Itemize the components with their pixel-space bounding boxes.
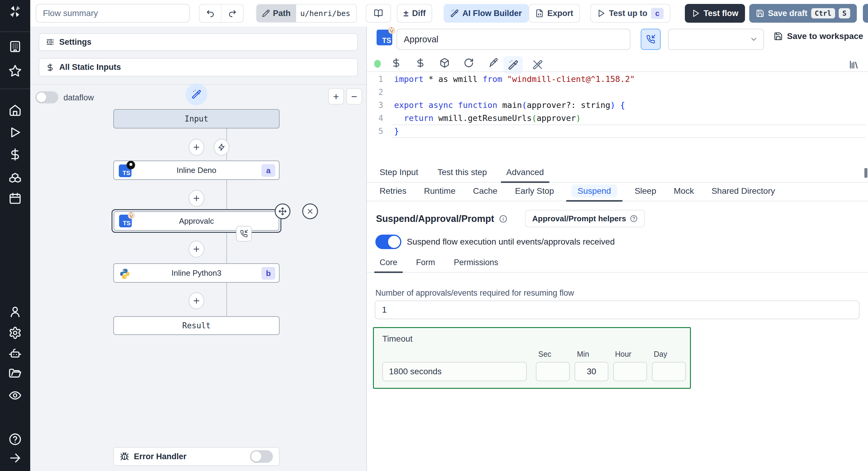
redo-button[interactable]	[221, 4, 243, 22]
code-gutter: 12345	[371, 72, 383, 138]
all-static-inputs-button[interactable]: All Static Inputs	[39, 58, 358, 77]
wand-off-icon	[532, 59, 543, 71]
tab-advanced[interactable]: Advanced	[502, 168, 548, 182]
undo-redo-group	[199, 4, 244, 23]
variables-icon[interactable]	[8, 148, 22, 161]
approval-prompt-helpers-button[interactable]: Approval/Prompt helpers	[525, 210, 645, 227]
workspace-icon[interactable]	[8, 40, 22, 53]
help-circle-icon	[630, 215, 638, 223]
tab-cache[interactable]: Cache	[469, 186, 502, 201]
path-value: u/henri/bes	[296, 4, 355, 22]
tab-test-this-step[interactable]: Test this step	[433, 168, 491, 182]
expand-arrow-icon[interactable]	[8, 451, 22, 465]
tab-step-input[interactable]: Step Input	[375, 168, 423, 182]
step-name-input[interactable]	[397, 29, 630, 50]
tab-permissions[interactable]: Permissions	[450, 258, 503, 272]
variables-icon[interactable]	[391, 57, 401, 69]
sec-label: Sec	[538, 350, 551, 358]
insert-trigger-button[interactable]	[214, 139, 229, 156]
move-step-button[interactable]	[275, 203, 290, 219]
zoom-out-button[interactable]: −	[346, 88, 362, 105]
ai-flow-builder-button[interactable]: AI Flow Builder	[444, 4, 529, 23]
timeout-min-input[interactable]	[575, 362, 609, 381]
path-edit-segment[interactable]: Path	[256, 4, 296, 22]
package-icon[interactable]	[439, 57, 450, 69]
tab-runtime[interactable]: Runtime	[420, 186, 460, 201]
tab-core[interactable]: Core	[375, 258, 402, 272]
tab-sleep[interactable]: Sleep	[630, 186, 661, 201]
flow-settings-button[interactable]: Settings	[39, 33, 358, 51]
runs-icon[interactable]	[8, 126, 22, 139]
resource-dollar-icon[interactable]	[415, 57, 426, 69]
export-button[interactable]: Export	[529, 4, 580, 23]
suspend-phone-indicator[interactable]	[236, 226, 252, 241]
insert-step-button[interactable]	[189, 292, 204, 309]
info-icon[interactable]	[499, 215, 507, 223]
folders-icon[interactable]	[8, 367, 22, 381]
dataflow-toggle[interactable]	[35, 91, 58, 104]
ai-assist-off-button[interactable]	[532, 59, 543, 71]
home-icon[interactable]	[8, 104, 22, 117]
bug-icon	[120, 452, 129, 461]
favorites-star-icon[interactable]	[8, 64, 22, 78]
format-brush-icon[interactable]	[488, 57, 498, 69]
code-editor[interactable]: 12345 import * as wmill from "windmill-c…	[367, 72, 868, 163]
insert-step-button[interactable]	[189, 139, 204, 156]
settings-gear-icon[interactable]	[8, 326, 22, 340]
delete-step-button[interactable]	[302, 203, 318, 219]
workers-robot-icon[interactable]	[8, 347, 22, 360]
schedules-icon[interactable]	[8, 192, 22, 205]
script-version-select[interactable]	[668, 29, 764, 50]
plus-minus-icon: ±	[403, 8, 408, 19]
suspend-phone-toggle-button[interactable]	[641, 29, 661, 50]
tab-mock[interactable]: Mock	[670, 186, 698, 201]
graph-ai-wand-button[interactable]	[186, 83, 207, 105]
lightning-icon	[218, 143, 225, 151]
save-to-workspace-button[interactable]: Save to workspace	[774, 31, 863, 41]
windmill-logo-icon[interactable]	[8, 5, 22, 18]
python-icon	[119, 268, 131, 280]
audit-logs-eye-icon[interactable]	[8, 389, 22, 402]
timeout-hour-input[interactable]	[613, 362, 647, 381]
flow-node-inline-python[interactable]: Inline Python3 b	[113, 263, 280, 283]
tab-suspend[interactable]: Suspend	[567, 186, 621, 201]
docs-book-button[interactable]	[366, 4, 391, 23]
tab-early-stop[interactable]: Early Stop	[511, 186, 558, 201]
users-icon[interactable]	[8, 305, 22, 318]
library-icon[interactable]	[849, 59, 859, 71]
help-icon[interactable]	[8, 433, 22, 446]
timeout-sec-input[interactable]	[536, 362, 570, 381]
deploy-button-clipped[interactable]	[863, 4, 868, 23]
tab-shared-directory[interactable]: Shared Directory	[707, 186, 779, 201]
flow-node-inline-deno[interactable]: TS Inline Deno a	[113, 160, 280, 180]
error-handler-toggle[interactable]	[250, 450, 273, 463]
timeout-day-input[interactable]	[652, 362, 686, 381]
flow-node-approval-selected[interactable]: TS Approval c	[112, 209, 281, 233]
resources-icon[interactable]	[8, 170, 22, 183]
flow-summary-input[interactable]	[36, 4, 190, 23]
reload-icon[interactable]	[464, 57, 474, 69]
s-key-badge: S	[839, 8, 850, 19]
insert-step-button[interactable]	[189, 190, 204, 207]
suspend-enable-toggle[interactable]	[375, 235, 401, 249]
path-control[interactable]: Path u/henri/bes	[256, 4, 357, 23]
tab-form[interactable]: Form	[412, 258, 439, 272]
undo-button[interactable]	[199, 4, 221, 22]
insert-step-button[interactable]	[189, 241, 204, 258]
test-flow-button[interactable]: Test flow	[685, 4, 745, 23]
baby-face-icon	[388, 26, 396, 34]
save-draft-button[interactable]: Save draft Ctrl S	[749, 4, 857, 23]
zoom-in-button[interactable]: +	[328, 88, 344, 105]
tab-retries[interactable]: Retries	[375, 186, 411, 201]
phone-incoming-icon	[240, 230, 248, 238]
save-icon	[756, 9, 764, 18]
flow-node-result[interactable]: Result	[113, 316, 280, 335]
code-lines[interactable]: import * as wmill from "windmill-client@…	[394, 72, 635, 138]
diff-button[interactable]: ± Diff	[397, 4, 432, 23]
day-label: Day	[654, 350, 667, 358]
flow-graph-panel: Settings All Static Inputs dataflow + − …	[30, 27, 366, 471]
test-up-to-button[interactable]: Test up to c	[590, 4, 670, 23]
approvals-count-input[interactable]	[375, 300, 860, 319]
flow-node-input[interactable]: Input	[113, 109, 280, 128]
error-handler-row[interactable]: Error Handler	[113, 447, 280, 466]
